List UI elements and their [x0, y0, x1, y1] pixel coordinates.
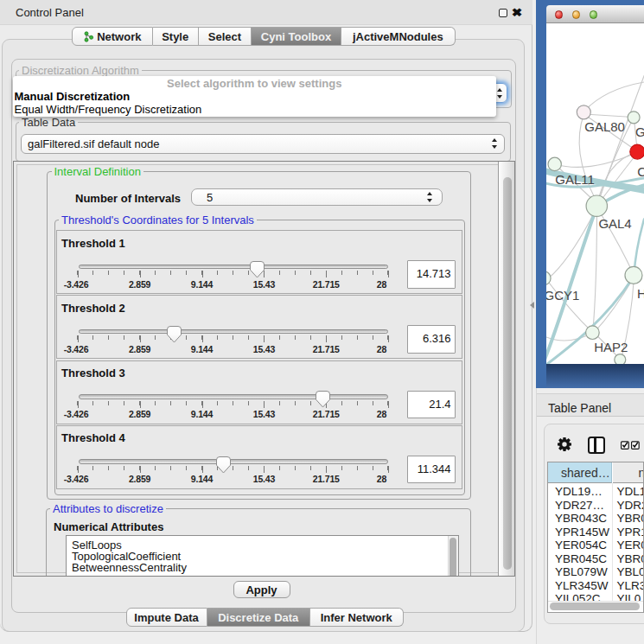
svg-text:HI: HI [637, 286, 644, 301]
svg-text:GAL4: GAL4 [598, 216, 631, 231]
svg-text:GAL11: GAL11 [555, 172, 595, 187]
svg-text:GAL80: GAL80 [584, 119, 625, 134]
svg-text:GA: GA [635, 124, 644, 139]
svg-text:HAP2: HAP2 [594, 340, 628, 354]
svg-text:GCY1: GCY1 [546, 288, 579, 303]
svg-text:CY: CY [637, 164, 644, 179]
